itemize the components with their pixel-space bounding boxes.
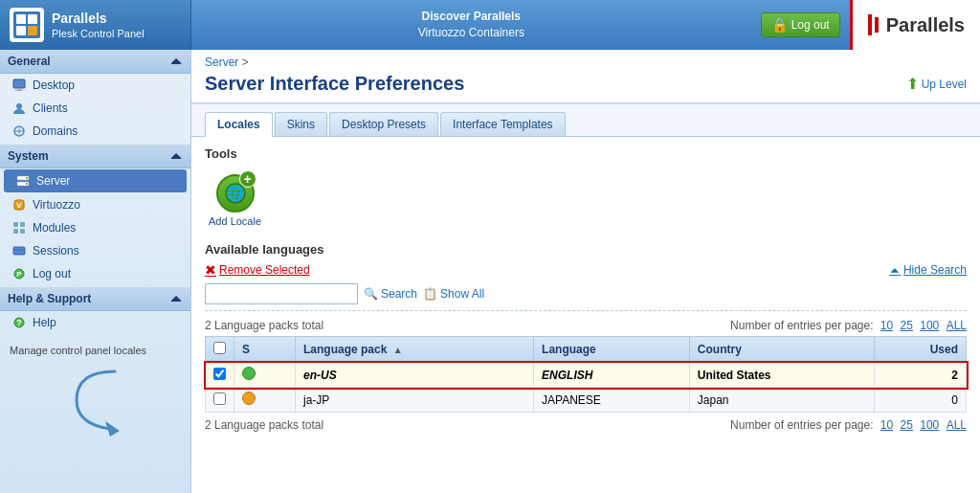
- main-inner: Server > Server Interface Preferences ⬆ …: [191, 50, 980, 445]
- row-en-used: 2: [951, 369, 958, 382]
- sidebar-item-desktop[interactable]: Desktop: [0, 74, 190, 97]
- per-page-25-top[interactable]: 25: [901, 319, 913, 332]
- page-title-text: Server Interface Preferences: [205, 73, 464, 95]
- main-content: Server > Server Interface Preferences ⬆ …: [191, 50, 980, 493]
- logo-icon: [10, 8, 44, 42]
- sidebar: General ⏶ Desktop Clients Domains: [0, 50, 191, 493]
- sidebar-section-general-label: General: [8, 55, 51, 68]
- sidebar-item-help[interactable]: ? Help: [0, 311, 190, 334]
- show-all-label: Show All: [440, 287, 484, 301]
- sort-icon: ▲: [393, 345, 403, 355]
- sidebar-annotation: Manage control panel locales: [0, 336, 190, 362]
- sidebar-item-domains[interactable]: Domains: [0, 120, 190, 143]
- search-button[interactable]: 🔍 Search: [364, 287, 417, 301]
- table-row: ja-JP JAPANESE Japan 0: [206, 388, 967, 413]
- per-page-bottom: Number of entries per page: 10 25 100 AL…: [730, 418, 967, 432]
- per-page-all-bottom[interactable]: ALL: [947, 418, 967, 432]
- sidebar-item-desktop-label: Desktop: [33, 78, 75, 92]
- sidebar-item-modules[interactable]: Modules: [0, 216, 190, 239]
- svg-rect-19: [13, 229, 18, 234]
- sidebar-item-virtuozzo[interactable]: V Virtuozzo: [0, 193, 190, 216]
- svg-rect-3: [16, 26, 26, 35]
- tab-interface-templates[interactable]: Interface Templates: [440, 112, 566, 136]
- hide-search-label: Hide Search: [903, 263, 967, 277]
- page-title-row: Server Interface Preferences ⬆ Up Level: [191, 71, 980, 104]
- sidebar-item-sessions-label: Sessions: [33, 244, 79, 258]
- sidebar-section-system-header[interactable]: System ⏶: [0, 145, 190, 168]
- col-lang-pack-label: Language pack: [303, 343, 387, 356]
- breadcrumb: Server >: [191, 50, 980, 71]
- header-middle: Discover Parallels Virtuozzo Containers: [191, 0, 751, 50]
- sidebar-section-general-header[interactable]: General ⏶: [0, 50, 190, 74]
- per-page-10-top[interactable]: 10: [880, 319, 893, 332]
- clients-icon: [11, 101, 27, 116]
- add-locale-icon: 🌐: [216, 174, 255, 213]
- svg-rect-5: [13, 79, 25, 88]
- sidebar-section-help: Help & Support ⏶ ? Help: [0, 287, 190, 334]
- tab-desktop-presets[interactable]: Desktop Presets: [329, 112, 438, 136]
- parallels-brand: Parallels: [850, 0, 980, 50]
- header: Parallels Plesk Control Panel Discover P…: [0, 0, 980, 50]
- svg-rect-7: [15, 90, 23, 91]
- tab-locales-label: Locales: [217, 118, 260, 131]
- hide-search-icon: ⏶: [889, 263, 901, 277]
- row-ja-langpack-cell: ja-JP: [296, 388, 534, 413]
- sidebar-item-modules-label: Modules: [33, 221, 76, 235]
- svg-rect-2: [28, 14, 37, 24]
- per-page-label-bottom: Number of entries per page:: [730, 418, 873, 432]
- search-input[interactable]: [205, 283, 358, 304]
- up-level-link[interactable]: ⬆ Up Level: [906, 75, 967, 93]
- tab-interface-templates-label: Interface Templates: [453, 118, 553, 131]
- sidebar-annotation-text: Manage control panel locales: [10, 345, 146, 356]
- row-en-country-cell: United States: [689, 363, 874, 388]
- status-orange-icon: [242, 392, 256, 405]
- row-ja-status-cell: [234, 388, 296, 413]
- tab-skins[interactable]: Skins: [275, 112, 327, 136]
- row-ja-checkbox[interactable]: [213, 392, 226, 405]
- logout-sidebar-icon: P: [11, 266, 27, 281]
- available-lang-title: Available languages: [205, 242, 967, 257]
- sidebar-item-clients-label: Clients: [33, 101, 68, 115]
- svg-text:V: V: [16, 201, 22, 210]
- row-en-checkbox[interactable]: [213, 368, 226, 380]
- sidebar-arrow: [0, 362, 190, 446]
- row-en-langpack-cell: en-US: [296, 363, 534, 388]
- content-area: Tools 🌐 Add Locale Available languages: [191, 137, 980, 445]
- sidebar-item-clients[interactable]: Clients: [0, 97, 190, 120]
- tab-skins-label: Skins: [287, 118, 315, 131]
- sidebar-section-help-header[interactable]: Help & Support ⏶: [0, 287, 190, 311]
- row-ja-language-cell: JAPANESE: [534, 388, 690, 413]
- svg-rect-17: [13, 222, 18, 227]
- per-page-100-bottom[interactable]: 100: [920, 418, 939, 432]
- svg-text:P: P: [16, 270, 22, 279]
- svg-rect-1: [16, 14, 26, 24]
- hide-search-link[interactable]: ⏶ Hide Search: [889, 263, 967, 277]
- tab-locales[interactable]: Locales: [205, 112, 273, 137]
- svg-rect-20: [20, 229, 25, 234]
- row-ja-country-cell: Japan: [689, 388, 874, 413]
- per-page-100-top[interactable]: 100: [920, 319, 939, 332]
- select-all-checkbox[interactable]: [213, 342, 226, 354]
- per-page-all-top[interactable]: ALL: [947, 319, 967, 332]
- sidebar-item-domains-label: Domains: [33, 124, 78, 138]
- logout-button[interactable]: 🔒 Log out: [761, 12, 840, 37]
- sidebar-item-logout[interactable]: P Log out: [0, 262, 190, 285]
- remove-selected-link[interactable]: ✖ Remove Selected: [205, 262, 310, 278]
- col-country-label: Country: [698, 343, 742, 356]
- add-locale-label: Add Locale: [209, 215, 261, 227]
- svg-rect-6: [17, 88, 21, 90]
- sessions-icon: [11, 243, 27, 258]
- add-locale-button[interactable]: 🌐 Add Locale: [205, 170, 265, 231]
- per-page-25-bottom[interactable]: 25: [901, 418, 913, 432]
- breadcrumb-server-link[interactable]: Server: [205, 56, 238, 69]
- col-lang-pack[interactable]: Language pack ▲: [296, 337, 534, 363]
- sidebar-item-sessions[interactable]: Sessions: [0, 239, 190, 262]
- per-page-links-bottom: 10 25 100 ALL: [877, 418, 967, 432]
- logout-icon: 🔒: [771, 17, 788, 33]
- show-all-button[interactable]: 📋 Show All: [423, 287, 484, 301]
- per-page-10-bottom[interactable]: 10: [880, 418, 893, 432]
- sidebar-item-logout-label: Log out: [33, 267, 71, 280]
- collapse-icon: ⏶: [169, 54, 183, 69]
- col-used: Used: [875, 337, 967, 363]
- sidebar-item-server[interactable]: Server: [4, 169, 187, 192]
